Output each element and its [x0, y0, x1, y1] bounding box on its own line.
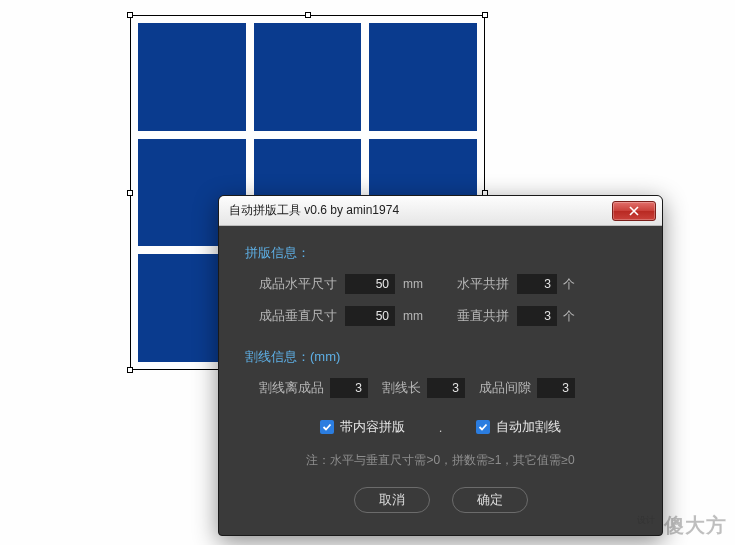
dialog-title: 自动拼版工具 v0.6 by amin1974 — [229, 202, 399, 219]
selection-handle-mid-left[interactable] — [127, 190, 133, 196]
cancel-button-label: 取消 — [379, 491, 405, 509]
auto-cutline-label: 自动加割线 — [496, 418, 561, 436]
cutline-section-title: 割线信息：(mm) — [245, 348, 636, 366]
dialog-body: 拼版信息： 成品水平尺寸 mm 水平共拼 个 成品垂直尺寸 mm 垂直共拼 个 … — [219, 226, 662, 535]
cancel-button[interactable]: 取消 — [354, 487, 430, 513]
grid-cell — [254, 23, 362, 131]
horizontal-size-label: 成品水平尺寸 — [259, 275, 345, 293]
watermark-main: 傻大方 — [664, 512, 727, 539]
close-button[interactable] — [612, 201, 656, 221]
selection-handle-top-right[interactable] — [482, 12, 488, 18]
unit-mm: mm — [403, 309, 423, 323]
horizontal-count-input[interactable] — [517, 274, 557, 294]
product-gap-label: 成品间隙 — [479, 379, 531, 397]
vertical-count-input[interactable] — [517, 306, 557, 326]
note-text: 注：水平与垂直尺寸需>0，拼数需≥1，其它值需≥0 — [245, 452, 636, 469]
watermark-sub: 设计 — [637, 514, 655, 527]
imposition-dialog: 自动拼版工具 v0.6 by amin1974 拼版信息： 成品水平尺寸 mm … — [218, 195, 663, 536]
grid-cell — [138, 23, 246, 131]
grid-cell — [369, 23, 477, 131]
cutline-length-label: 割线长 — [382, 379, 421, 397]
confirm-button[interactable]: 确定 — [452, 487, 528, 513]
horizontal-count-label: 水平共拼 — [457, 275, 517, 293]
vertical-count-label: 垂直共拼 — [457, 307, 517, 325]
checkbox-checked-icon — [476, 420, 490, 434]
selection-handle-top-mid[interactable] — [305, 12, 311, 18]
auto-cutline-checkbox[interactable]: 自动加割线 — [476, 418, 561, 436]
content-imposition-label: 带内容拼版 — [340, 418, 405, 436]
checkbox-checked-icon — [320, 420, 334, 434]
selection-handle-bottom-left[interactable] — [127, 367, 133, 373]
cutline-offset-label: 割线离成品 — [259, 379, 324, 397]
unit-count: 个 — [563, 308, 575, 325]
horizontal-size-input[interactable] — [345, 274, 395, 294]
content-imposition-checkbox[interactable]: 带内容拼版 — [320, 418, 405, 436]
unit-count: 个 — [563, 276, 575, 293]
selection-handle-top-left[interactable] — [127, 12, 133, 18]
separator-dot: . — [439, 420, 443, 435]
confirm-button-label: 确定 — [477, 491, 503, 509]
imposition-section-title: 拼版信息： — [245, 244, 636, 262]
cutline-offset-input[interactable] — [330, 378, 368, 398]
unit-mm: mm — [403, 277, 423, 291]
vertical-size-label: 成品垂直尺寸 — [259, 307, 345, 325]
close-icon — [629, 206, 639, 216]
cutline-length-input[interactable] — [427, 378, 465, 398]
product-gap-input[interactable] — [537, 378, 575, 398]
vertical-size-input[interactable] — [345, 306, 395, 326]
titlebar[interactable]: 自动拼版工具 v0.6 by amin1974 — [219, 196, 662, 226]
